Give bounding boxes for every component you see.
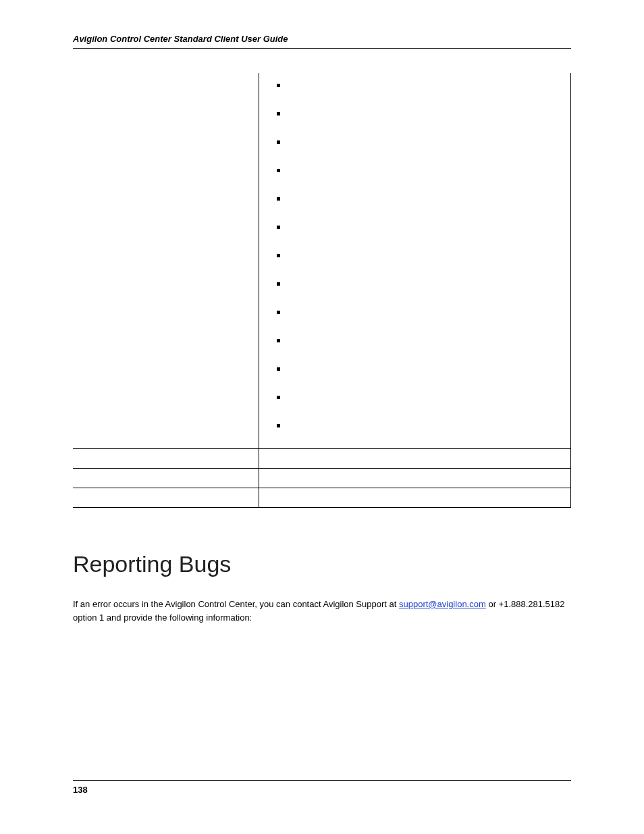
section-heading: Reporting Bugs xyxy=(73,551,571,577)
body-paragraph: If an error occurs in the Avigilon Contr… xyxy=(73,598,571,625)
table-row xyxy=(73,449,571,469)
table-row xyxy=(73,488,571,508)
table-cell-right xyxy=(259,488,571,508)
list-item xyxy=(289,307,563,319)
table-cell-left xyxy=(73,469,259,488)
bullet-list xyxy=(267,80,563,432)
footer-rule xyxy=(73,780,571,781)
list-item xyxy=(289,221,563,234)
table-cell-right xyxy=(259,449,571,469)
feature-table xyxy=(73,73,571,508)
table-cell-right xyxy=(259,73,571,449)
table-cell-right xyxy=(259,469,571,488)
page-footer: 138 xyxy=(73,780,571,795)
running-header: Avigilon Control Center Standard Client … xyxy=(73,34,571,48)
list-item xyxy=(289,108,563,120)
table-row xyxy=(73,73,571,449)
list-item xyxy=(289,420,563,432)
paragraph-text: If an error occurs in the Avigilon Contr… xyxy=(73,599,399,609)
list-item xyxy=(289,363,563,375)
list-item xyxy=(289,165,563,177)
table-row xyxy=(73,469,571,488)
list-item xyxy=(289,278,563,290)
list-item xyxy=(289,80,563,92)
list-item xyxy=(289,335,563,347)
support-email-link[interactable]: support@avigilon.com xyxy=(399,599,486,609)
list-item xyxy=(289,250,563,262)
list-item xyxy=(289,392,563,404)
table-cell-left xyxy=(73,449,259,469)
table-cell-left xyxy=(73,73,259,449)
table-cell-left xyxy=(73,488,259,508)
page-number: 138 xyxy=(73,785,571,795)
list-item xyxy=(289,193,563,205)
header-rule xyxy=(73,48,571,49)
list-item xyxy=(289,136,563,149)
